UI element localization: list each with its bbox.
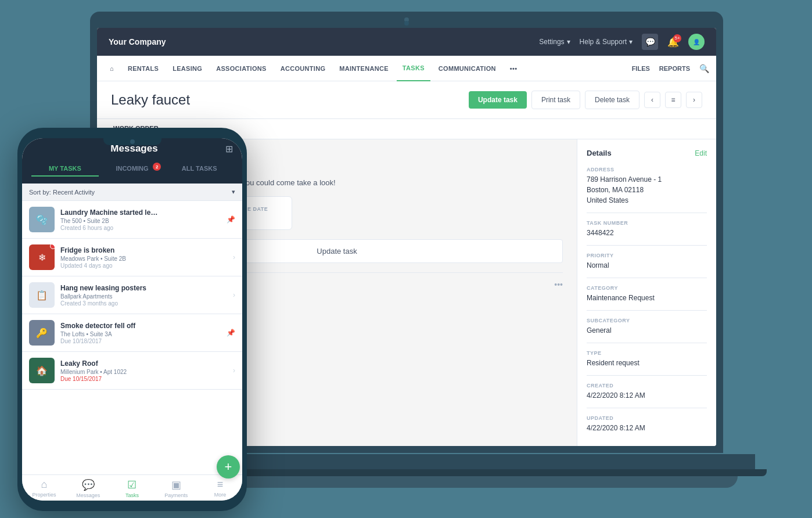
phone-nav-properties[interactable]: ⌂ Properties <box>22 479 66 498</box>
task-number-label: TASK NUMBER <box>587 220 707 226</box>
nav-more[interactable]: ••• <box>504 56 523 81</box>
details-sidebar: Details Edit ADDRESS 789 Harrison Avenue… <box>577 139 716 446</box>
nav-accounting[interactable]: ACCOUNTING <box>275 56 332 81</box>
type-label: TYPE <box>587 350 707 356</box>
detail-category: CATEGORY Maintenance Request <box>587 285 707 311</box>
messages-label: Messages <box>76 492 100 498</box>
nav-tasks[interactable]: TASKS <box>397 56 430 81</box>
task-info-4: Smoke detector fell off The Lofts • Suit… <box>60 322 221 344</box>
page-header: Leaky faucet Update task Print task Dele… <box>97 81 716 119</box>
task-pin-4: 📌 <box>227 329 235 337</box>
detail-task-number: TASK NUMBER 3448422 <box>587 220 707 246</box>
prev-arrow[interactable]: ‹ <box>644 92 660 108</box>
task-item-4[interactable]: 🔑 Smoke detector fell off The Lofts • Su… <box>22 314 242 352</box>
task-info-5: Leaky Roof Millenium Park • Apt 1022 Due… <box>60 359 227 382</box>
details-title: Details <box>587 149 612 157</box>
nav-files[interactable]: FILES <box>632 65 650 72</box>
tab-my-tasks[interactable]: MY TASKS <box>31 161 99 177</box>
activity-actions-menu[interactable]: ••• <box>554 280 563 296</box>
phone-notch <box>103 136 161 145</box>
nav-leasing[interactable]: LEASING <box>167 56 208 81</box>
next-arrow[interactable]: › <box>686 92 702 108</box>
sort-label: Sort by: Recent Activity <box>29 189 95 196</box>
task-thumb-1: 🫧 <box>29 207 55 232</box>
task-item-2[interactable]: ❄ Fridge is broken Meadows Park • Suite … <box>22 239 242 276</box>
task-location-4: The Lofts • Suite 3A <box>60 331 221 337</box>
task-item-5[interactable]: 🏠 Leaky Roof Millenium Park • Apt 1022 D… <box>22 352 242 390</box>
task-location-3: Ballpark Apartments <box>60 293 227 300</box>
task-date-1: Created 6 hours ago <box>60 225 221 231</box>
task-item-3[interactable]: 📋 Hang new leasing posters Ballpark Apar… <box>22 276 242 314</box>
nav-maintenance[interactable]: MAINTENANCE <box>333 56 394 81</box>
phone-nav-payments[interactable]: ▣ Payments <box>154 479 198 498</box>
nav-rentals[interactable]: RENTALS <box>122 56 164 81</box>
sort-chevron: ▾ <box>232 188 235 196</box>
settings-link[interactable]: Settings ▾ <box>539 38 570 46</box>
task-location-2: Meadows Park • Suite 2B <box>60 256 227 262</box>
nav-associations[interactable]: ASSOCIATIONS <box>210 56 272 81</box>
more-label: More <box>214 492 227 498</box>
messages-icon: 💬 <box>82 479 95 491</box>
fridge-notification-badge <box>50 244 55 249</box>
detail-type: TYPE Resident request <box>587 350 707 376</box>
help-link[interactable]: Help & Support ▾ <box>580 38 633 46</box>
task-name-2: Fridge is broken <box>60 246 159 254</box>
details-header: Details Edit <box>587 149 707 157</box>
header-actions: Update task Print task Delete task ‹ ≡ › <box>469 91 702 109</box>
created-label: CREATED <box>587 383 707 388</box>
task-arrow-3: › <box>233 291 235 299</box>
details-edit-link[interactable]: Edit <box>695 149 707 157</box>
tab-incoming[interactable]: INCOMING 2 <box>99 161 166 177</box>
tasks-icon: ☑ <box>127 479 136 491</box>
category-value: Maintenance Request <box>587 293 707 303</box>
payments-label: Payments <box>164 492 188 498</box>
task-thumb-3: 📋 <box>29 282 55 308</box>
chat-icon[interactable]: 💬 <box>642 34 658 50</box>
task-date-2: Updated 4 days ago <box>60 262 227 269</box>
task-date-4: Due 10/18/2017 <box>60 338 221 344</box>
properties-icon: ⌂ <box>41 479 47 491</box>
fab-button[interactable]: + <box>217 455 240 479</box>
phone-nav-tasks[interactable]: ☑ Tasks <box>110 479 155 498</box>
nav-menu-icon[interactable]: ≡ <box>665 92 681 108</box>
nav-home[interactable]: ⌂ <box>104 56 120 81</box>
task-item-1[interactable]: 🫧 Laundry Machine started leaki... The 5… <box>22 201 242 239</box>
tasks-label: Tasks <box>125 492 139 498</box>
user-avatar[interactable]: 👤 <box>688 34 705 50</box>
phone-nav-more[interactable]: ≡ More <box>198 479 242 498</box>
search-icon[interactable]: 🔍 <box>699 64 709 73</box>
nav-communication[interactable]: COMMUNICATION <box>433 56 502 81</box>
task-thumb-2: ❄ <box>29 244 55 270</box>
phone-body: Messages ⊞ MY TASKS INCOMING 2 ALL TASKS… <box>17 128 247 511</box>
filter-icon[interactable]: ⊞ <box>225 143 233 154</box>
updated-value: 4/22/2020 8:12 AM <box>587 423 707 433</box>
task-name-3: Hang new leasing posters <box>60 284 159 292</box>
page-title: Leaky faucet <box>111 92 190 108</box>
main-nav: ⌂ RENTALS LEASING ASSOCIATIONS ACCOUNTIN… <box>97 56 716 81</box>
task-arrow-2: › <box>233 253 235 261</box>
phone-container: Messages ⊞ MY TASKS INCOMING 2 ALL TASKS… <box>17 128 247 511</box>
task-pin-1: 📌 <box>227 215 235 224</box>
delete-task-button[interactable]: Delete task <box>585 91 639 109</box>
task-thumb-5: 🏠 <box>29 358 55 383</box>
sort-bar[interactable]: Sort by: Recent Activity ▾ <box>22 184 242 201</box>
detail-priority: PRIORITY Normal <box>587 253 707 278</box>
more-icon: ≡ <box>217 479 224 491</box>
phone-nav-messages[interactable]: 💬 Messages <box>66 479 110 498</box>
phone-screen: Messages ⊞ MY TASKS INCOMING 2 ALL TASKS… <box>22 138 242 501</box>
task-name-1: Laundry Machine started leaki... <box>60 208 159 217</box>
laptop-camera <box>404 17 409 22</box>
company-name: Your Company <box>109 37 166 46</box>
nav-reports[interactable]: REPORTS <box>659 65 690 72</box>
created-value: 4/22/2020 8:12 AM <box>587 390 707 401</box>
print-task-button[interactable]: Print task <box>531 91 580 109</box>
priority-value: Normal <box>587 260 707 271</box>
phone-tabs: MY TASKS INCOMING 2 ALL TASKS <box>22 161 242 184</box>
properties-label: Properties <box>32 492 56 498</box>
update-task-button[interactable]: Update task <box>469 91 527 109</box>
task-thumb-4: 🔑 <box>29 320 55 346</box>
task-date-3: Created 3 months ago <box>60 300 227 307</box>
tab-all-tasks[interactable]: ALL TASKS <box>166 161 233 177</box>
detail-updated: UPDATED 4/22/2020 8:12 AM <box>587 415 707 440</box>
notification-bell[interactable]: 🔔 5+ <box>667 37 679 48</box>
